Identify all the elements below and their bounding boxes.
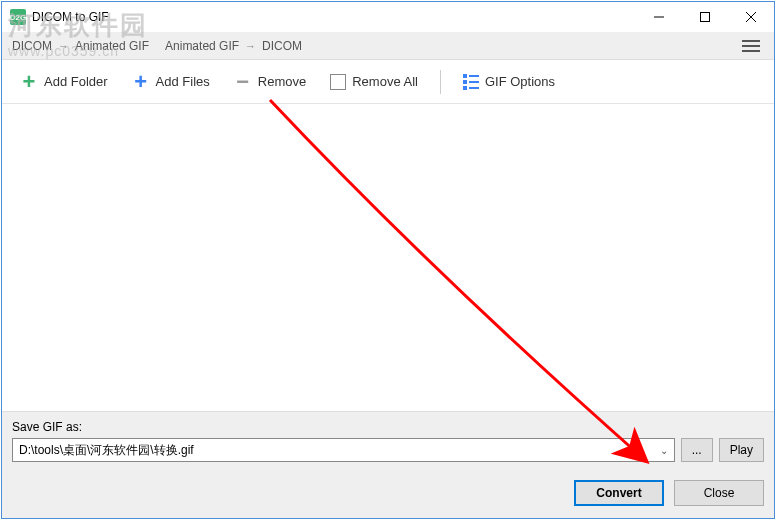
add-files-label: Add Files (156, 74, 210, 89)
plus-icon: + (132, 73, 150, 91)
save-path-dropdown[interactable]: D:\tools\桌面\河东软件园\转换.gif ⌄ (12, 438, 675, 462)
crumb-2[interactable]: Animated GIF (75, 39, 149, 53)
browse-button[interactable]: ... (681, 438, 713, 462)
titlebar: D2G DICOM to GIF (2, 2, 774, 32)
menu-button[interactable] (738, 33, 764, 59)
chevron-down-icon: ⌄ (660, 445, 668, 456)
crumb-1[interactable]: DICOM (12, 39, 52, 53)
play-button[interactable]: Play (719, 438, 764, 462)
save-path-value: D:\tools\桌面\河东软件园\转换.gif (19, 442, 194, 459)
add-folder-button[interactable]: + Add Folder (12, 69, 116, 95)
close-button[interactable]: Close (674, 480, 764, 506)
toolbar: + Add Folder + Add Files − Remove Remove… (2, 60, 774, 104)
gif-options-button[interactable]: GIF Options (455, 70, 563, 94)
arrow-icon: → (245, 40, 256, 52)
list-icon (463, 74, 479, 90)
breadcrumb-bar: DICOM → Animated GIF Animated GIF → DICO… (2, 32, 774, 60)
action-row: Convert Close (12, 480, 764, 506)
checkbox-icon (330, 74, 346, 90)
bottom-panel: Save GIF as: D:\tools\桌面\河东软件园\转换.gif ⌄ … (2, 411, 774, 518)
remove-all-button[interactable]: Remove All (322, 70, 426, 94)
minimize-button[interactable] (636, 2, 682, 32)
save-row: D:\tools\桌面\河东软件园\转换.gif ⌄ ... Play (12, 438, 764, 462)
crumb-3[interactable]: Animated GIF (165, 39, 239, 53)
close-window-button[interactable] (728, 2, 774, 32)
crumb-4[interactable]: DICOM (262, 39, 302, 53)
remove-label: Remove (258, 74, 306, 89)
convert-button[interactable]: Convert (574, 480, 664, 506)
divider (440, 70, 441, 94)
app-icon: D2G (10, 9, 26, 25)
arrow-icon: → (58, 40, 69, 52)
plus-icon: + (20, 73, 38, 91)
svg-rect-1 (701, 13, 710, 22)
add-files-button[interactable]: + Add Files (124, 69, 218, 95)
file-list-area (2, 104, 774, 411)
gif-options-label: GIF Options (485, 74, 555, 89)
window-controls (636, 2, 774, 32)
remove-button[interactable]: − Remove (226, 69, 314, 95)
add-folder-label: Add Folder (44, 74, 108, 89)
maximize-button[interactable] (682, 2, 728, 32)
remove-all-label: Remove All (352, 74, 418, 89)
window-title: DICOM to GIF (32, 10, 636, 24)
app-window: D2G DICOM to GIF DICOM → Animated GIF An… (1, 1, 775, 519)
minus-icon: − (234, 73, 252, 91)
save-as-label: Save GIF as: (12, 420, 764, 434)
